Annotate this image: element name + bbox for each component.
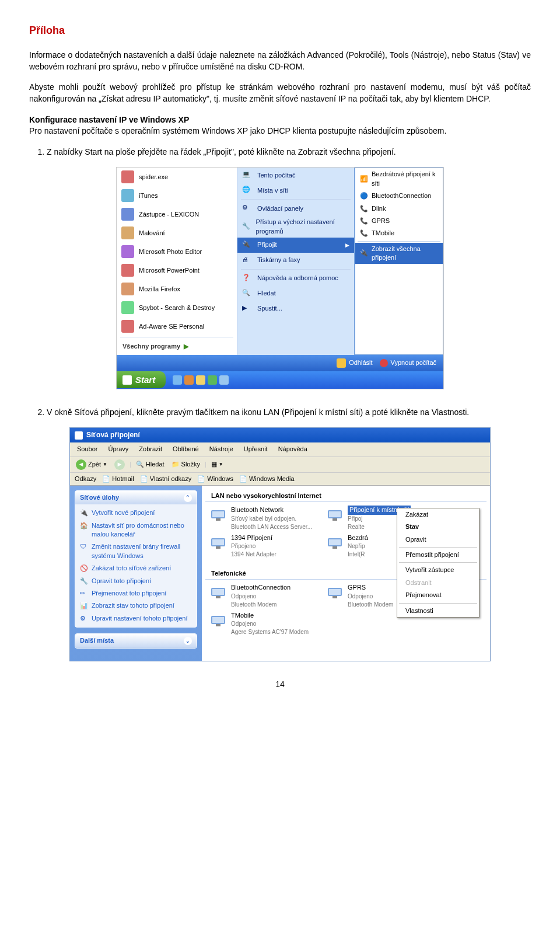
- start-menu-right-item[interactable]: 💻Tento počítač: [237, 168, 354, 183]
- submenu-item[interactable]: 📞Dlink: [355, 203, 443, 215]
- tray-icon[interactable]: [208, 375, 217, 385]
- side-task[interactable]: 🔧Opravit toto připojení: [76, 575, 195, 587]
- tray-icon[interactable]: [219, 375, 229, 385]
- link-item[interactable]: 📄 Windows Media: [239, 475, 295, 483]
- connection-item[interactable]: 1394 PřipojeníPřipojeno1394 Net Adapter: [209, 534, 314, 559]
- search-button[interactable]: 🔍Hledat: [134, 459, 167, 469]
- all-programs[interactable]: Všechny programy ▶: [117, 339, 237, 354]
- submenu-item[interactable]: 📞GPRS: [355, 215, 443, 227]
- menu-item[interactable]: Upřesnit: [239, 444, 272, 455]
- logoff-icon: [337, 358, 346, 368]
- context-menu-item[interactable]: Zakázat: [397, 508, 479, 521]
- context-menu-item[interactable]: Vytvořit zástupce: [397, 564, 479, 576]
- task-icon: 🔧: [80, 577, 88, 585]
- side-task[interactable]: ✏Přejmenovat toto připojení: [76, 587, 195, 600]
- connection-icon: [209, 506, 228, 524]
- start-menu-left: spider.exeiTunesZástupce - LEXICONMalová…: [117, 168, 237, 354]
- context-menu: ZakázatStavOpravitPřemostit připojeníVyt…: [397, 508, 480, 618]
- group-lan: LAN nebo vysokorychlostní Internet: [205, 488, 487, 502]
- link-icon: 📄: [102, 475, 110, 482]
- link-item[interactable]: 📄 Hotmail: [102, 475, 134, 483]
- folder-icon: [75, 431, 83, 440]
- expand-icon[interactable]: ⌄: [184, 637, 192, 645]
- paragraph-1: Informace o dodatečných nastaveních a da…: [29, 50, 531, 72]
- link-item[interactable]: 📄 Vlastní odkazy: [140, 475, 192, 483]
- folder-icon: 📁: [172, 460, 180, 469]
- start-menu-right-item[interactable]: ❓Nápověda a odborná pomoc: [237, 271, 354, 286]
- folders-button[interactable]: 📁Složky: [169, 459, 202, 469]
- connection-item[interactable]: BluetoothConnectionOdpojenoBluetooth Mod…: [209, 583, 314, 608]
- tray-icon[interactable]: [173, 375, 182, 385]
- submenu-item[interactable]: 🔌Zobrazit všechna připojení: [355, 243, 443, 264]
- submenu-item[interactable]: 📶Bezdrátové připojení k síti: [355, 168, 443, 190]
- task-icon: 🛡: [80, 542, 88, 550]
- submenu-item[interactable]: 📞TMobile: [355, 227, 443, 239]
- logoff-button[interactable]: Odhlásit: [337, 358, 372, 368]
- side-task[interactable]: 🛡Změnit nastavení brány firewall systému…: [76, 541, 195, 562]
- arrow-right-icon: ▶: [184, 342, 188, 351]
- connection-item[interactable]: TMobileOdpojenoAgere Systems AC'97 Modem: [209, 611, 314, 636]
- tray-icon[interactable]: [196, 375, 205, 385]
- start-menu-right-item[interactable]: 🔌Připojit▶: [237, 238, 354, 253]
- start-menu-right-item[interactable]: 🔍Hledat: [237, 286, 354, 301]
- start-menu-item[interactable]: Microsoft Photo Editor: [117, 242, 237, 261]
- menu-item[interactable]: Nástroje: [205, 444, 238, 455]
- context-menu-item[interactable]: Stav: [397, 521, 479, 533]
- start-menu-item[interactable]: Ad-Aware SE Personal: [117, 317, 237, 336]
- start-menu-right-item[interactable]: ▶Spustit...: [237, 301, 354, 316]
- start-menu-screenshot: spider.exeiTunesZástupce - LEXICONMalová…: [116, 167, 444, 389]
- menu-icon: ❓: [242, 273, 253, 284]
- svg-rect-1: [212, 511, 224, 517]
- menu-item[interactable]: Úpravy: [103, 444, 133, 455]
- context-menu-item[interactable]: Opravit: [397, 534, 479, 546]
- connection-icon: [326, 583, 344, 602]
- start-menu-right-item[interactable]: 🔧Přístup a výchozí nastavení programů: [237, 216, 354, 238]
- connection-item[interactable]: Bluetooth NetworkSíťový kabel byl odpoje…: [209, 506, 314, 531]
- collapse-icon[interactable]: ⌃: [184, 494, 192, 502]
- start-menu-item[interactable]: Zástupce - LEXICON: [117, 205, 237, 224]
- turnoff-button[interactable]: Vypnout počítač: [380, 358, 436, 368]
- back-button[interactable]: ◄Zpět▼: [74, 459, 110, 471]
- connection-icon: [326, 506, 344, 524]
- network-icon: 📶: [360, 175, 368, 183]
- page-number: 14: [29, 679, 531, 691]
- menu-item[interactable]: Oblíbené: [168, 444, 204, 455]
- side-task[interactable]: 🚫Zakázat toto síťové zařízení: [76, 562, 195, 574]
- arrow-right-icon: ►: [114, 459, 125, 470]
- start-menu-right-item[interactable]: 🖨Tiskárny a faxy: [237, 253, 354, 268]
- submenu-item[interactable]: 🔵BluetoothConnection: [355, 190, 443, 202]
- menu-item[interactable]: Soubor: [72, 444, 102, 455]
- side-task[interactable]: ⚙Upravit nastavení tohoto připojení: [76, 612, 195, 625]
- context-menu-item[interactable]: Odstranit: [397, 577, 479, 589]
- app-icon: [121, 320, 134, 333]
- start-menu-item[interactable]: Malování: [117, 224, 237, 242]
- forward-button[interactable]: ►: [112, 459, 127, 471]
- start-menu-right-item[interactable]: 🌐Místa v síti: [237, 183, 354, 198]
- views-button[interactable]: ▦▼: [209, 459, 226, 469]
- context-menu-item[interactable]: Přejmenovat: [397, 589, 479, 601]
- start-menu-item[interactable]: spider.exe: [117, 168, 237, 186]
- start-menu-right-item[interactable]: ⚙Ovládací panely: [237, 201, 354, 216]
- menu-item[interactable]: Nápověda: [274, 444, 312, 455]
- menu-item[interactable]: Zobrazit: [134, 444, 167, 455]
- side-task[interactable]: 🔌Vytvořit nové připojení: [76, 507, 195, 519]
- context-menu-item[interactable]: Vlastnosti: [397, 605, 479, 617]
- context-menu-item[interactable]: Přemostit připojení: [397, 549, 479, 561]
- network-icon: 🔌: [360, 249, 368, 257]
- start-menu-item[interactable]: Mozilla Firefox: [117, 280, 237, 298]
- start-menu-item[interactable]: iTunes: [117, 186, 237, 205]
- side-task[interactable]: 🏠Nastavit síť pro domácnost nebo malou k…: [76, 520, 195, 541]
- menu-icon: ▶: [242, 304, 253, 314]
- side-task[interactable]: 📊Zobrazit stav tohoto připojení: [76, 600, 195, 612]
- start-menu-item[interactable]: Microsoft PowerPoint: [117, 261, 237, 280]
- menu-bar: SouborÚpravyZobrazitOblíbenéNástrojeUpře…: [70, 442, 490, 456]
- start-button[interactable]: Start: [117, 371, 166, 388]
- connect-submenu: 📶Bezdrátové připojení k síti🔵BluetoothCo…: [355, 168, 443, 354]
- svg-rect-10: [329, 539, 341, 545]
- tray-icon[interactable]: [184, 375, 194, 385]
- link-icon: 📄: [197, 475, 205, 482]
- start-menu-item[interactable]: Spybot - Search & Destroy: [117, 298, 237, 317]
- menu-icon: 🖨: [242, 255, 253, 266]
- link-item[interactable]: 📄 Windows: [197, 475, 233, 483]
- svg-rect-7: [212, 539, 224, 545]
